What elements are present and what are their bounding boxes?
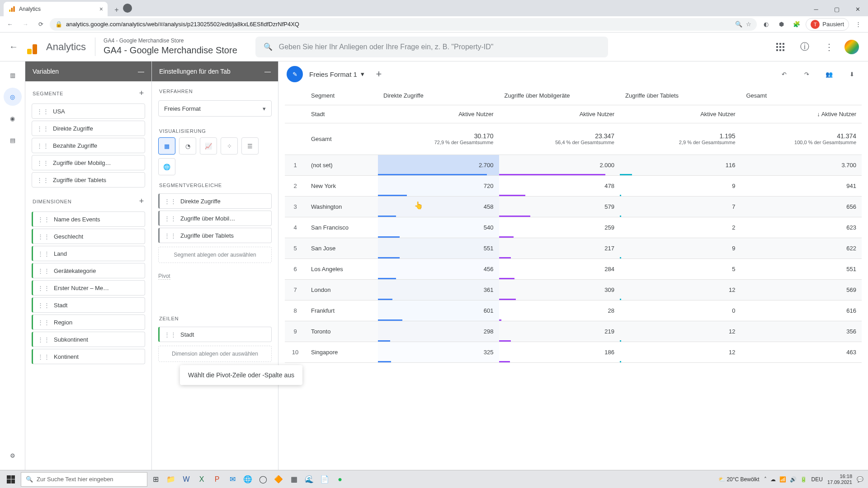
excel-icon[interactable]: X: [194, 472, 209, 487]
segment-compare-chip[interactable]: ⋮⋮Zugriffe über Mobil…: [158, 211, 272, 226]
task-view-icon[interactable]: ⊞: [148, 472, 163, 487]
column-header[interactable]: Zugriffe über Tablets: [620, 87, 741, 105]
nav-admin-icon[interactable]: ⚙: [4, 446, 22, 465]
add-segment-icon[interactable]: +: [139, 89, 144, 98]
minimize-icon[interactable]: —: [264, 68, 271, 75]
app-icon[interactable]: 📄: [317, 472, 332, 487]
report-tab[interactable]: Freies Format 1 ▾: [309, 70, 364, 78]
edit-tab-icon[interactable]: ✎: [287, 66, 303, 82]
column-header[interactable]: Zugriffe über Mobilgeräte: [499, 87, 620, 105]
nav-advertising-icon[interactable]: ◉: [4, 109, 22, 127]
dimension-chip[interactable]: ⋮⋮Land: [32, 246, 145, 261]
segment-dropzone[interactable]: Segment ablegen oder auswählen: [158, 247, 272, 263]
close-tab-icon[interactable]: ×: [99, 5, 103, 13]
back-button[interactable]: ←: [4, 18, 16, 31]
window-minimize-button[interactable]: ─: [806, 2, 826, 16]
powerpoint-icon[interactable]: P: [210, 472, 224, 487]
viz-geo-button[interactable]: 🌐: [158, 158, 175, 175]
download-button[interactable]: ⬇: [844, 66, 860, 82]
apps-icon[interactable]: [771, 38, 789, 56]
extension-icon[interactable]: ◐: [760, 18, 772, 31]
row-dimension-chip[interactable]: ⋮⋮Stadt: [158, 327, 272, 342]
segment-chip[interactable]: ⋮⋮Direkte Zugriffe: [32, 121, 145, 136]
share-button[interactable]: 👥: [821, 66, 837, 82]
help-icon[interactable]: ⓘ: [796, 38, 814, 56]
analytics-logo[interactable]: Analytics: [27, 40, 86, 54]
system-tray[interactable]: ˄ ☁ 📶 🔊 🔋: [764, 476, 807, 483]
table-row[interactable]: 8 Frankfurt 601 28 0 616: [285, 300, 862, 321]
table-row[interactable]: 4 San Francisco 540 259 2 623: [285, 217, 862, 238]
table-row[interactable]: 1 (not set) 2.700 2.000 116 3.700: [285, 155, 862, 175]
rows-dropzone[interactable]: Dimension ablegen oder auswählen: [158, 346, 272, 362]
address-bar[interactable]: 🔒 analytics.google.com/analytics/web/#/a…: [50, 18, 757, 31]
metric-header[interactable]: Aktive Nutzer: [378, 105, 499, 123]
edge-icon[interactable]: 🌊: [302, 472, 316, 487]
clock[interactable]: 16:18 17.09.2021: [827, 474, 852, 484]
file-explorer-icon[interactable]: 📁: [164, 472, 178, 487]
table-row[interactable]: 3 Washington 458 579 7 656: [285, 196, 862, 217]
browser-menu-icon[interactable]: ⋮: [852, 18, 864, 31]
new-tab-button[interactable]: +: [110, 4, 123, 16]
mail-icon[interactable]: ✉: [225, 472, 240, 487]
browser-tab[interactable]: Analytics ×: [4, 2, 108, 16]
add-dimension-icon[interactable]: +: [139, 197, 144, 206]
column-header[interactable]: Direkte Zugriffe: [378, 87, 499, 105]
table-row[interactable]: 9 Toronto 298 219 12 356: [285, 321, 862, 342]
extensions-menu-icon[interactable]: 🧩: [790, 18, 803, 31]
settings-menu-icon[interactable]: ⋮: [820, 38, 838, 56]
dimension-chip[interactable]: ⋮⋮Erster Nutzer – Me…: [32, 280, 145, 296]
viz-bar-button[interactable]: ☰: [241, 137, 259, 155]
redo-button[interactable]: ↷: [798, 66, 815, 82]
table-row[interactable]: 2 New York 720 478 9 941: [285, 175, 862, 196]
dimension-chip[interactable]: ⋮⋮Name des Events: [32, 211, 145, 227]
segment-chip[interactable]: ⋮⋮Bezahlte Zugriffe: [32, 138, 145, 153]
account-avatar[interactable]: [844, 40, 859, 54]
column-header[interactable]: Gesamt: [741, 87, 862, 105]
weather-widget[interactable]: ⛅ 20°C Bewölkt: [718, 476, 760, 483]
window-close-button[interactable]: ✕: [847, 2, 868, 16]
star-icon[interactable]: ☆: [746, 21, 751, 28]
segment-compare-chip[interactable]: ⋮⋮Direkte Zugriffe: [158, 193, 272, 209]
dimension-chip[interactable]: ⋮⋮Kontinent: [32, 349, 145, 364]
table-row[interactable]: 10 Singapore 325 186 12 463: [285, 342, 862, 362]
window-maximize-button[interactable]: ▢: [826, 2, 847, 16]
dimension-chip[interactable]: ⋮⋮Stadt: [32, 297, 145, 313]
reload-button[interactable]: ⟳: [34, 18, 47, 31]
property-selector[interactable]: GA4 - Google Merchandise Store GA4 - Goo…: [95, 38, 237, 56]
nav-explore-icon[interactable]: ◎: [4, 88, 22, 106]
spotify-icon[interactable]: ●: [333, 472, 347, 487]
notifications-icon[interactable]: 💬: [857, 476, 863, 483]
dimension-chip[interactable]: ⋮⋮Region: [32, 314, 145, 330]
segment-chip[interactable]: ⋮⋮Zugriffe über Mobilg…: [32, 155, 145, 170]
dimension-chip[interactable]: ⋮⋮Gerätekategorie: [32, 263, 145, 278]
app-icon[interactable]: 🔶: [271, 472, 286, 487]
metric-header[interactable]: Aktive Nutzer: [499, 105, 620, 123]
technique-select[interactable]: Freies Format ▾: [158, 100, 272, 117]
undo-button[interactable]: ↶: [776, 66, 792, 82]
table-row[interactable]: 7 London 361 309 12 569: [285, 279, 862, 300]
nav-reports-icon[interactable]: ▥: [4, 66, 22, 84]
forward-button[interactable]: →: [19, 18, 32, 31]
taskbar-search[interactable]: 🔍 Zur Suche Text hier eingeben: [21, 472, 147, 487]
zoom-icon[interactable]: 🔍: [735, 21, 742, 28]
viz-scatter-button[interactable]: ⁘: [221, 137, 238, 155]
segment-chip[interactable]: ⋮⋮Zugriffe über Tablets: [32, 172, 145, 188]
nav-configure-icon[interactable]: ▤: [4, 131, 22, 149]
start-button[interactable]: [2, 470, 20, 488]
dimension-chip[interactable]: ⋮⋮Geschlecht: [32, 229, 145, 244]
segment-compare-chip[interactable]: ⋮⋮Zugriffe über Tablets: [158, 228, 272, 243]
table-row[interactable]: 5 San Jose 551 217 9 622: [285, 238, 862, 258]
dimension-chip[interactable]: ⋮⋮Subkontinent: [32, 332, 145, 347]
account-dot-icon[interactable]: [123, 4, 132, 13]
metric-header[interactable]: Aktive Nutzer: [620, 105, 741, 123]
pivot-label[interactable]: Pivot: [158, 273, 170, 280]
viz-line-button[interactable]: 📈: [200, 137, 217, 155]
extension-icon[interactable]: ⬢: [775, 18, 788, 31]
add-report-tab-button[interactable]: +: [371, 66, 387, 82]
app-icon[interactable]: ◯: [256, 472, 270, 487]
profile-chip[interactable]: T Pausiert: [806, 18, 849, 31]
minimize-icon[interactable]: —: [138, 68, 144, 75]
chrome-icon[interactable]: 🌐: [241, 472, 255, 487]
back-arrow-icon[interactable]: ←: [9, 42, 18, 52]
viz-table-button[interactable]: ▦: [158, 137, 175, 155]
